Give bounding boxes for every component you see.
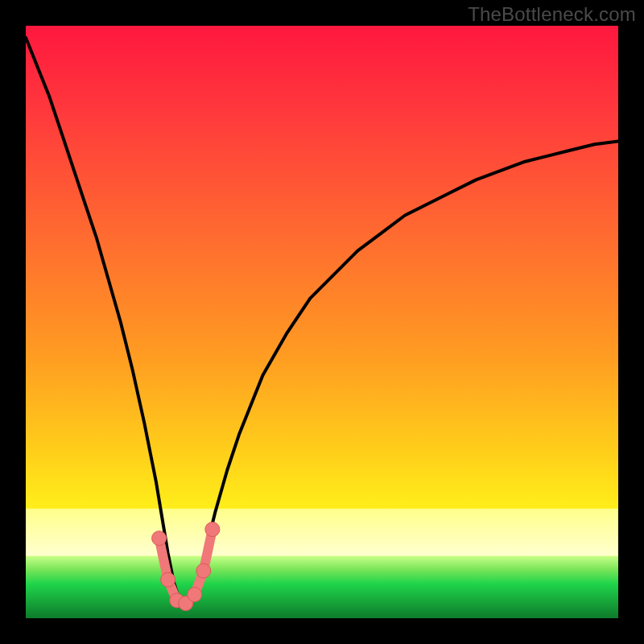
chart-frame: TheBottleneck.com xyxy=(0,0,644,644)
watermark-text: TheBottleneck.com xyxy=(468,3,636,26)
marker-dot xyxy=(205,522,220,537)
marker-dot xyxy=(196,564,211,578)
plot-area xyxy=(26,26,618,618)
marker-dot xyxy=(188,588,202,602)
pale-band xyxy=(26,509,618,556)
plot-svg xyxy=(26,26,618,618)
green-band xyxy=(26,556,618,618)
marker-dot xyxy=(161,572,175,587)
marker-dot xyxy=(152,531,167,546)
